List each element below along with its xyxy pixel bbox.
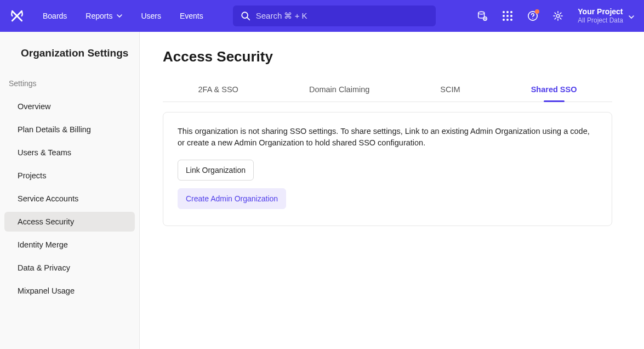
svg-point-15 (557, 14, 560, 17)
sidebar-item-projects[interactable]: Projects (4, 166, 135, 185)
tab-label: Shared SSO (531, 85, 577, 94)
nav-label: Events (180, 12, 203, 20)
shared-sso-panel: This organization is not sharing SSO set… (163, 112, 612, 226)
page-title: Access Security (163, 48, 621, 65)
topbar: Boards Reports Users Events Search ⌘ + K (0, 0, 644, 32)
sidebar-item-label: Users & Teams (18, 148, 71, 157)
svg-point-10 (503, 19, 505, 21)
svg-line-1 (247, 18, 249, 20)
sidebar-item-identity-merge[interactable]: Identity Merge (4, 235, 135, 255)
sidebar-items: Overview Plan Details & Billing Users & … (0, 97, 139, 304)
tab-label: Domain Claiming (309, 85, 369, 94)
project-selector[interactable]: Your Project All Project Data (578, 7, 634, 24)
chevron-down-icon (117, 13, 122, 19)
svg-point-14 (532, 18, 533, 19)
settings-gear-icon[interactable] (552, 10, 563, 21)
sidebar-item-label: Projects (18, 171, 46, 180)
sidebar-item-label: Access Security (18, 217, 74, 226)
sidebar-item-label: Data & Privacy (18, 263, 70, 272)
sidebar-item-label: Overview (18, 102, 50, 111)
sidebar: Organization Settings Settings Overview … (0, 32, 140, 349)
svg-point-2 (478, 12, 485, 14)
topbar-right: Your Project All Project Data (477, 7, 634, 24)
sidebar-item-label: Identity Merge (18, 240, 68, 249)
search-placeholder: Search ⌘ + K (256, 11, 307, 21)
nav-reports[interactable]: Reports (86, 12, 122, 20)
sidebar-section-label: Settings (0, 79, 139, 88)
sidebar-item-overview[interactable]: Overview (4, 97, 135, 116)
button-label: Link Organization (186, 166, 246, 174)
link-organization-button[interactable]: Link Organization (178, 160, 254, 181)
sidebar-item-mixpanel-usage[interactable]: Mixpanel Usage (4, 281, 135, 301)
apps-grid-icon[interactable] (502, 10, 513, 21)
sidebar-item-label: Service Accounts (18, 194, 78, 203)
nav-label: Reports (86, 12, 112, 20)
data-source-icon[interactable] (477, 10, 488, 21)
notification-dot (535, 9, 539, 14)
sidebar-item-label: Mixpanel Usage (18, 286, 75, 295)
search-icon (241, 11, 250, 21)
svg-point-5 (506, 11, 509, 13)
main-content: Access Security 2FA & SSO Domain Claimin… (140, 32, 644, 349)
search-input[interactable]: Search ⌘ + K (233, 5, 436, 26)
button-label: Create Admin Organization (186, 194, 278, 203)
sidebar-item-service-accounts[interactable]: Service Accounts (4, 189, 135, 209)
tab-label: SCIM (440, 85, 460, 94)
top-nav: Boards Reports Users Events (43, 12, 203, 20)
create-admin-org-button[interactable]: Create Admin Organization (178, 188, 286, 209)
sidebar-item-users-teams[interactable]: Users & Teams (4, 143, 135, 162)
project-subtitle: All Project Data (578, 16, 623, 24)
sidebar-item-plan-billing[interactable]: Plan Details & Billing (4, 120, 135, 139)
svg-point-4 (503, 11, 505, 13)
nav-label: Users (141, 12, 161, 20)
tab-domain-claiming[interactable]: Domain Claiming (309, 80, 369, 102)
nav-users[interactable]: Users (141, 12, 161, 20)
svg-point-7 (503, 15, 505, 17)
panel-description: This organization is not sharing SSO set… (178, 126, 597, 149)
tab-scim[interactable]: SCIM (440, 80, 460, 102)
tabs: 2FA & SSO Domain Claiming SCIM Shared SS… (163, 80, 612, 102)
sidebar-item-data-privacy[interactable]: Data & Privacy (4, 258, 135, 278)
nav-label: Boards (43, 12, 67, 20)
tab-shared-sso[interactable]: Shared SSO (531, 80, 577, 102)
tab-label: 2FA & SSO (198, 85, 238, 94)
svg-point-8 (506, 15, 509, 17)
tab-2fa-sso[interactable]: 2FA & SSO (198, 80, 238, 102)
app-logo[interactable] (10, 9, 24, 23)
nav-boards[interactable]: Boards (43, 12, 67, 20)
sidebar-item-access-security[interactable]: Access Security (4, 212, 135, 232)
sidebar-item-label: Plan Details & Billing (18, 125, 91, 134)
svg-point-9 (510, 15, 512, 17)
sidebar-title: Organization Settings (0, 47, 139, 59)
svg-point-6 (510, 11, 512, 13)
chevron-down-icon (629, 11, 634, 21)
help-icon[interactable] (527, 10, 538, 21)
project-name: Your Project (578, 7, 623, 16)
svg-point-12 (510, 19, 512, 21)
nav-events[interactable]: Events (180, 12, 203, 20)
project-text: Your Project All Project Data (578, 7, 623, 24)
body: Organization Settings Settings Overview … (0, 32, 644, 349)
svg-point-11 (506, 19, 509, 21)
